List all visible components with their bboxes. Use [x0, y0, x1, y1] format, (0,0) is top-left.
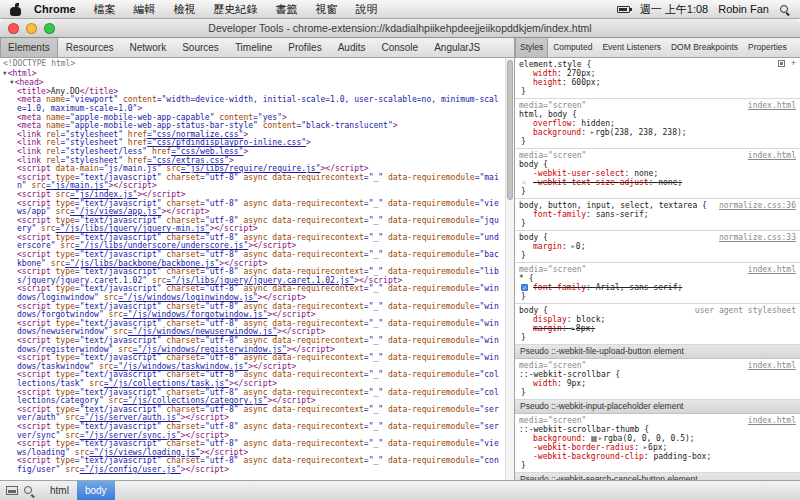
menu-view[interactable]: 檢視	[165, 0, 205, 18]
dom-node[interactable]: <script type="text/javascript" charset="…	[0, 234, 502, 251]
stylesheet-link[interactable]: index.html	[748, 151, 796, 160]
expand-value-icon[interactable]: ▶	[644, 444, 647, 450]
dom-node[interactable]: <script type="text/javascript" charset="…	[0, 268, 502, 285]
spotlight-icon[interactable]	[779, 4, 790, 15]
dom-node[interactable]: <script type="text/javascript" charset="…	[0, 320, 502, 337]
css-property[interactable]: background: ▶rgb(238, 238, 238);	[519, 128, 796, 137]
tab-timeline[interactable]: Timeline	[227, 38, 280, 57]
sidebar-tab-styles[interactable]: Styles	[515, 38, 548, 57]
css-property[interactable]: -webkit-user-select: none;	[519, 169, 796, 178]
dom-node[interactable]: <script type="text/javascript" charset="…	[0, 371, 502, 388]
rule-selector[interactable]: element.style {	[519, 60, 591, 69]
dom-node[interactable]: <script type="text/javascript" charset="…	[0, 457, 502, 474]
css-property[interactable]: ✓font-family: Arial, sans-serif;	[519, 283, 796, 292]
dom-node[interactable]: <meta name="viewport" content="width=dev…	[0, 96, 502, 113]
css-property[interactable]: ⚠-webkit-text-size-adjust: none;	[519, 178, 796, 187]
rule-selector[interactable]: html, body {	[519, 110, 577, 119]
sidebar-tab-computed[interactable]: Computed	[548, 38, 597, 57]
stylesheet-link[interactable]: index.html	[748, 361, 796, 370]
dom-node[interactable]: <script type="text/javascript" charset="…	[0, 200, 502, 217]
menu-help[interactable]: 說明	[347, 0, 387, 18]
elements-scrollbar[interactable]	[505, 58, 514, 480]
css-property[interactable]: width: 270px;	[519, 69, 796, 78]
expand-value-icon[interactable]: ▶	[572, 243, 575, 249]
dom-node[interactable]: <script type="text/javascript" charset="…	[0, 174, 502, 191]
tab-sources[interactable]: Sources	[174, 38, 227, 57]
tab-audits[interactable]: Audits	[330, 38, 374, 57]
crumb-body[interactable]: body	[77, 481, 115, 500]
stylesheet-link[interactable]: index.html	[748, 265, 796, 274]
expand-value-icon[interactable]: ▶	[572, 325, 575, 331]
sidebar-tab-dom-breakpoints[interactable]: DOM Breakpoints	[666, 38, 743, 57]
crumb-html[interactable]: html	[42, 481, 77, 500]
stylesheet-link[interactable]: index.html	[748, 101, 796, 110]
scrollbar-thumb[interactable]	[507, 60, 513, 200]
sidebar-tab-properties[interactable]: Properties	[743, 38, 792, 57]
close-window-button[interactable]	[8, 23, 19, 34]
minimize-window-button[interactable]	[26, 23, 37, 34]
menu-window[interactable]: 視窗	[307, 0, 347, 18]
dom-node[interactable]: <!DOCTYPE html>	[0, 60, 502, 69]
apple-logo-icon[interactable]	[10, 3, 21, 16]
tab-console[interactable]: Console	[373, 38, 426, 57]
new-style-rule-icon[interactable]: +	[791, 60, 796, 67]
menu-edit[interactable]: 編輯	[125, 0, 165, 18]
css-property[interactable]: background: ▶rgba(0, 0, 0, 0.5);	[519, 434, 796, 443]
dom-node[interactable]: <script type="text/javascript" charset="…	[0, 285, 502, 302]
expand-arrow-icon[interactable]: ▼	[3, 69, 7, 76]
dock-toggle-icon[interactable]	[6, 486, 18, 495]
inspect-element-icon[interactable]	[23, 485, 35, 497]
dom-node[interactable]: <script type="text/javascript" charset="…	[0, 337, 502, 354]
rule-selector[interactable]: body {	[519, 160, 548, 169]
css-property[interactable]: overflow: hidden;	[519, 119, 796, 128]
tab-network[interactable]: Network	[122, 38, 175, 57]
rule-selector[interactable]: body, button, input, select, textarea {	[519, 201, 707, 210]
rule-selector[interactable]: ::-webkit-scrollbar-thumb {	[519, 425, 649, 434]
dom-node[interactable]: <script type="text/javascript" charset="…	[0, 389, 502, 406]
expand-value-icon[interactable]: ▶	[599, 435, 602, 441]
dom-node[interactable]: <script type="text/javascript" charset="…	[0, 354, 502, 371]
stylesheet-link[interactable]: index.html	[748, 416, 796, 425]
tab-elements[interactable]: Elements	[0, 38, 58, 57]
dom-node[interactable]: <script type="text/javascript" charset="…	[0, 423, 502, 440]
dom-node[interactable]: <script type="text/javascript" charset="…	[0, 406, 502, 423]
css-property[interactable]: -webkit-border-radius: ▶6px;	[519, 443, 796, 452]
expand-arrow-icon[interactable]: ▼	[10, 78, 14, 85]
css-property[interactable]: height: 600px;	[519, 78, 796, 87]
dom-node[interactable]: <script type="text/javascript" charset="…	[0, 217, 502, 234]
property-checkbox-icon[interactable]: ✓	[521, 284, 528, 291]
rule-selector[interactable]: * {	[519, 274, 533, 283]
tab-resources[interactable]: Resources	[58, 38, 122, 57]
stylesheet-link[interactable]: normalize.css:36	[719, 201, 796, 210]
sidebar-tab-event-listeners[interactable]: Event Listeners	[597, 38, 666, 57]
rule-selector[interactable]: body {	[519, 233, 548, 242]
css-property[interactable]: display: block;	[519, 315, 796, 324]
dom-node[interactable]: <script type="text/javascript" charset="…	[0, 251, 502, 268]
css-property[interactable]: margin: ▶8px;	[519, 324, 796, 333]
element-state-icon[interactable]	[778, 60, 785, 67]
menu-app-name[interactable]: Chrome	[25, 3, 85, 15]
tab-profiles[interactable]: Profiles	[280, 38, 329, 57]
css-property[interactable]: font-family: sans-serif;	[519, 210, 796, 219]
css-property[interactable]: margin: ▶0;	[519, 242, 796, 251]
menubar-clock[interactable]: 週一 上午1:08	[640, 2, 708, 17]
stylesheet-link[interactable]: normalize.css:33	[719, 233, 796, 242]
menubar-user[interactable]: Robin Fan	[718, 3, 769, 15]
window-titlebar[interactable]: Developer Tools - chrome-extension://kda…	[0, 19, 800, 38]
tab-angularjs[interactable]: AngularJS	[426, 38, 488, 57]
menu-history[interactable]: 歷史紀錄	[205, 0, 267, 18]
rule-selector[interactable]: ::-webkit-scrollbar {	[519, 370, 620, 379]
dom-node[interactable]: <script type="text/javascript" charset="…	[0, 440, 502, 457]
css-property[interactable]: width: 9px;	[519, 379, 796, 388]
dom-node[interactable]: ▼<html>	[0, 69, 502, 79]
expand-value-icon[interactable]: ▶	[591, 129, 594, 135]
dom-node[interactable]: <script type="text/javascript" charset="…	[0, 303, 502, 320]
color-swatch-icon[interactable]	[591, 436, 597, 442]
battery-icon[interactable]	[617, 6, 630, 13]
menu-bookmarks[interactable]: 書籤	[267, 0, 307, 18]
resource-link[interactable]: ="/js/config/user.js"	[80, 465, 181, 474]
css-property[interactable]: -webkit-background-clip: padding-box;	[519, 452, 796, 461]
rule-selector[interactable]: body {	[519, 306, 548, 315]
menu-file[interactable]: 檔案	[85, 0, 125, 18]
zoom-window-button[interactable]	[44, 23, 55, 34]
